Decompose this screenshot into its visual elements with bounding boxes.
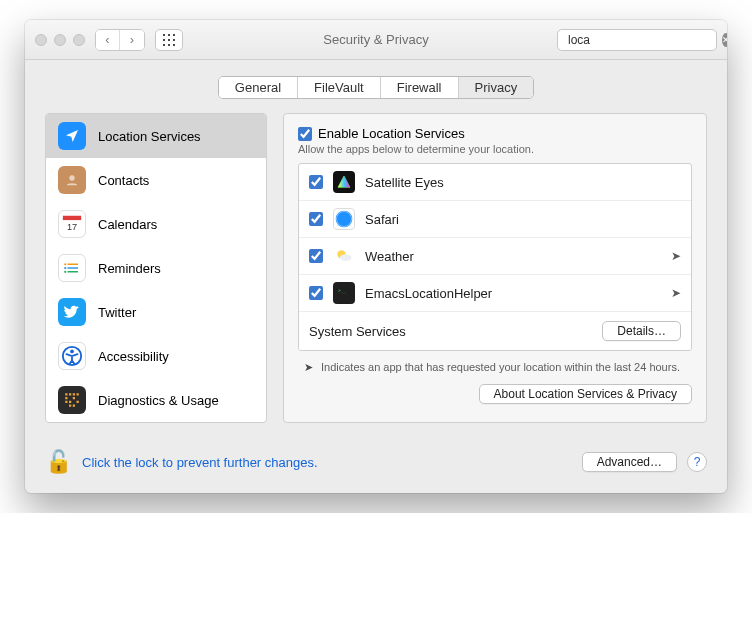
recent-footnote: ➤ Indicates an app that has requested yo…	[298, 351, 692, 384]
app-row: >__EmacsLocationHelper➤	[299, 275, 691, 312]
terminal-icon: >__	[333, 282, 355, 304]
sidebar-item-contacts[interactable]: Contacts	[46, 158, 266, 202]
svg-text:17: 17	[67, 222, 77, 232]
grid-icon	[163, 34, 175, 46]
lock-text[interactable]: Click the lock to prevent further change…	[82, 455, 572, 470]
search-input[interactable]	[568, 33, 718, 47]
app-checkbox[interactable]	[309, 212, 323, 226]
sidebar-item-label: Location Services	[98, 129, 201, 144]
svg-rect-26	[77, 393, 79, 395]
svg-rect-24	[69, 393, 71, 395]
app-row: Satellite Eyes	[299, 164, 691, 201]
tab-filevault[interactable]: FileVault	[298, 77, 381, 98]
tab-firewall[interactable]: Firewall	[381, 77, 459, 98]
svg-rect-25	[73, 393, 75, 395]
sidebar-item-label: Twitter	[98, 305, 136, 320]
svg-point-19	[64, 267, 66, 269]
prism-icon	[333, 171, 355, 193]
back-button[interactable]: ‹	[96, 30, 120, 50]
content: GeneralFileVaultFirewallPrivacy Location…	[25, 60, 727, 493]
svg-point-11	[69, 175, 74, 180]
svg-point-20	[64, 271, 66, 273]
about-location-button[interactable]: About Location Services & Privacy	[479, 384, 692, 404]
svg-rect-1	[168, 34, 170, 36]
system-services-row: System ServicesDetails…	[299, 312, 691, 350]
details-button[interactable]: Details…	[602, 321, 681, 341]
svg-rect-4	[168, 39, 170, 41]
preferences-window: ‹ › Security & Privacy ✕ GeneralFileVaul…	[25, 20, 727, 493]
minimize-dot[interactable]	[54, 34, 66, 46]
zoom-dot[interactable]	[73, 34, 85, 46]
tab-privacy[interactable]: Privacy	[459, 77, 534, 98]
app-list: Satellite EyesSafariWeather➤>__EmacsLoca…	[298, 163, 692, 351]
titlebar: ‹ › Security & Privacy ✕	[25, 20, 727, 60]
sidebar-item-label: Accessibility	[98, 349, 169, 364]
forward-button[interactable]: ›	[120, 30, 144, 50]
svg-point-18	[64, 263, 66, 265]
app-checkbox[interactable]	[309, 249, 323, 263]
app-name: Safari	[365, 212, 681, 227]
svg-rect-3	[163, 39, 165, 41]
svg-rect-30	[69, 401, 71, 403]
sidebar: Location ServicesContacts17CalendarsRemi…	[45, 113, 267, 423]
sidebar-item-accessibility[interactable]: Accessibility	[46, 334, 266, 378]
app-row: Safari	[299, 201, 691, 238]
svg-rect-31	[77, 401, 79, 403]
app-checkbox[interactable]	[309, 175, 323, 189]
traffic-lights	[35, 34, 85, 46]
nav-segment: ‹ ›	[95, 29, 145, 51]
safari-icon	[333, 208, 355, 230]
app-row: Weather➤	[299, 238, 691, 275]
main-pane: Enable Location Services Allow the apps …	[283, 113, 707, 423]
reminders-icon	[58, 254, 86, 282]
footnote-text: Indicates an app that has requested your…	[321, 361, 680, 373]
lock-icon[interactable]: 🔓	[45, 449, 72, 475]
svg-rect-2	[173, 34, 175, 36]
sidebar-item-label: Calendars	[98, 217, 157, 232]
enable-location-row[interactable]: Enable Location Services	[298, 126, 692, 141]
svg-rect-33	[73, 405, 75, 407]
sidebar-item-calendar[interactable]: 17Calendars	[46, 202, 266, 246]
location-arrow-icon: ➤	[671, 249, 681, 263]
calendar-icon: 17	[58, 210, 86, 238]
app-name: Satellite Eyes	[365, 175, 681, 190]
app-checkbox[interactable]	[309, 286, 323, 300]
tab-general[interactable]: General	[219, 77, 298, 98]
tabs: GeneralFileVaultFirewallPrivacy	[45, 76, 707, 99]
sidebar-item-label: Contacts	[98, 173, 149, 188]
svg-rect-8	[173, 44, 175, 46]
app-name: EmacsLocationHelper	[365, 286, 661, 301]
help-button[interactable]: ?	[687, 452, 707, 472]
window-title: Security & Privacy	[323, 32, 428, 47]
svg-rect-0	[163, 34, 165, 36]
svg-point-22	[70, 350, 74, 354]
svg-rect-27	[65, 397, 67, 399]
sidebar-item-twitter[interactable]: Twitter	[46, 290, 266, 334]
sidebar-item-label: Reminders	[98, 261, 161, 276]
weather-icon	[333, 245, 355, 267]
sidebar-item-label: Diagnostics & Usage	[98, 393, 219, 408]
app-name: Weather	[365, 249, 661, 264]
accessibility-icon	[58, 342, 86, 370]
bottom-bar: 🔓 Click the lock to prevent further chan…	[45, 449, 707, 475]
show-all-button[interactable]	[155, 29, 183, 51]
sidebar-item-location[interactable]: Location Services	[46, 114, 266, 158]
search-field[interactable]: ✕	[557, 29, 717, 51]
enable-location-label: Enable Location Services	[318, 126, 465, 141]
enable-location-checkbox[interactable]	[298, 127, 312, 141]
svg-rect-6	[163, 44, 165, 46]
sidebar-item-reminders[interactable]: Reminders	[46, 246, 266, 290]
svg-rect-32	[69, 405, 71, 407]
svg-marker-35	[338, 176, 350, 187]
contacts-icon	[58, 166, 86, 194]
svg-rect-7	[168, 44, 170, 46]
svg-rect-12	[63, 216, 81, 221]
sidebar-item-diagnostics[interactable]: Diagnostics & Usage	[46, 378, 266, 422]
panel: Location ServicesContacts17CalendarsRemi…	[45, 113, 707, 423]
close-dot[interactable]	[35, 34, 47, 46]
advanced-button[interactable]: Advanced…	[582, 452, 677, 472]
twitter-icon	[58, 298, 86, 326]
svg-rect-29	[65, 401, 67, 403]
system-services-label: System Services	[309, 324, 592, 339]
clear-search-button[interactable]: ✕	[722, 33, 727, 47]
